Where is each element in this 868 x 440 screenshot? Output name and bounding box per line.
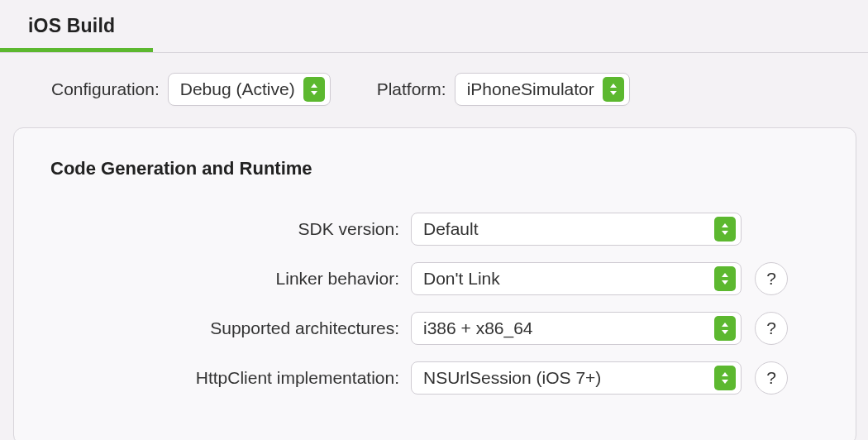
httpclient-select[interactable]: NSUrlSession (iOS 7+) xyxy=(411,361,742,395)
row-supported-architectures: Supported architectures: i386 + x86_64 ? xyxy=(14,312,856,345)
sdk-version-label: SDK version: xyxy=(14,219,411,239)
help-button-httpclient[interactable]: ? xyxy=(755,361,788,395)
help-button-architectures[interactable]: ? xyxy=(755,312,788,345)
updown-icon xyxy=(714,217,736,242)
updown-icon xyxy=(714,316,736,341)
platform-select[interactable]: iPhoneSimulator xyxy=(455,73,630,106)
row-httpclient: HttpClient implementation: NSUrlSession … xyxy=(14,361,856,395)
config-row: Configuration: Debug (Active) Platform: … xyxy=(0,53,868,127)
code-gen-panel: Code Generation and Runtime SDK version:… xyxy=(13,127,856,440)
supported-architectures-value: i386 + x86_64 xyxy=(423,318,541,338)
row-linker-behavior: Linker behavior: Don't Link ? xyxy=(14,262,856,295)
panel-title: Code Generation and Runtime xyxy=(14,151,856,213)
httpclient-value: NSUrlSession (iOS 7+) xyxy=(423,368,609,388)
updown-icon xyxy=(603,77,624,102)
sdk-version-value: Default xyxy=(423,219,487,239)
supported-architectures-select[interactable]: i386 + x86_64 xyxy=(411,312,742,345)
updown-icon xyxy=(303,77,325,102)
updown-icon xyxy=(714,366,736,390)
configuration-select[interactable]: Debug (Active) xyxy=(168,73,331,106)
linker-behavior-select[interactable]: Don't Link xyxy=(411,262,742,295)
help-button-linker[interactable]: ? xyxy=(755,262,788,295)
platform-label: Platform: xyxy=(377,79,446,99)
tab-ios-build[interactable]: iOS Build xyxy=(0,15,115,52)
tab-bar: iOS Build xyxy=(0,0,868,53)
updown-icon xyxy=(714,266,736,291)
supported-architectures-label: Supported architectures: xyxy=(14,318,411,338)
linker-behavior-label: Linker behavior: xyxy=(14,269,411,289)
linker-behavior-value: Don't Link xyxy=(423,269,508,289)
sdk-version-select[interactable]: Default xyxy=(411,213,742,246)
httpclient-label: HttpClient implementation: xyxy=(14,368,411,388)
row-sdk-version: SDK version: Default xyxy=(14,213,856,246)
configuration-label: Configuration: xyxy=(51,79,160,99)
platform-value: iPhoneSimulator xyxy=(467,79,603,99)
configuration-value: Debug (Active) xyxy=(180,79,303,99)
